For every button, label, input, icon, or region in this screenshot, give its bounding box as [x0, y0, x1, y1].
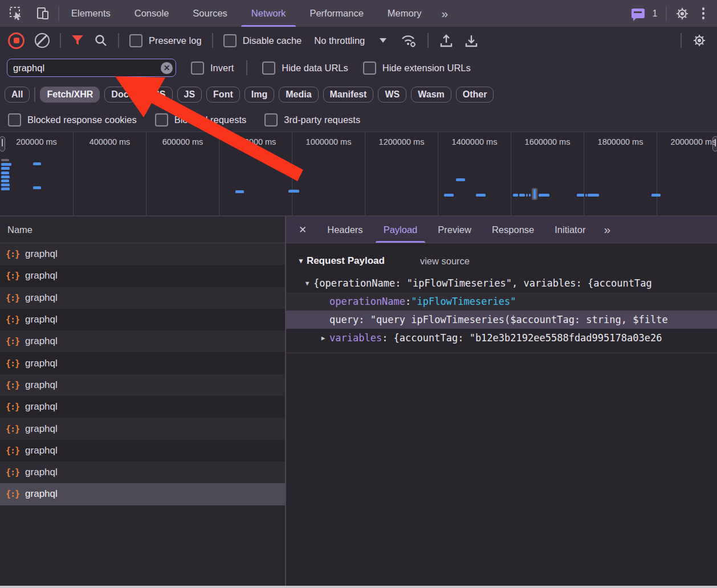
more-details-tabs-icon[interactable]: » — [596, 223, 617, 236]
filter-funnel-icon[interactable] — [71, 35, 84, 46]
request-row[interactable]: {:}graphql — [0, 374, 285, 396]
request-row[interactable]: {:}graphql — [0, 462, 285, 483]
request-row[interactable]: {:}graphql — [0, 418, 285, 439]
checkbox-icon[interactable] — [262, 62, 275, 75]
request-row[interactable]: {:}graphql — [0, 243, 285, 265]
request-row[interactable]: {:}graphql — [0, 287, 285, 309]
filter-chip-manifest[interactable]: Manifest — [323, 87, 374, 103]
checkbox-icon[interactable] — [8, 113, 21, 126]
tab-performance[interactable]: Performance — [298, 0, 375, 27]
network-settings-gear-icon[interactable] — [692, 33, 707, 48]
filter-chip-js[interactable]: JS — [177, 87, 202, 103]
checkbox-icon[interactable] — [363, 62, 376, 75]
invert-label: Invert — [210, 63, 234, 74]
checkbox-icon[interactable] — [191, 62, 204, 75]
filter-chip-all[interactable]: All — [5, 87, 30, 103]
details-tab-payload[interactable]: Payload — [373, 217, 428, 243]
clear-network-log-icon[interactable] — [35, 33, 50, 48]
tab-sources[interactable]: Sources — [181, 0, 239, 27]
hide-extension-urls-checkbox[interactable]: Hide extension URLs — [363, 62, 471, 75]
details-tab-headers[interactable]: Headers — [317, 217, 373, 243]
request-row[interactable]: {:}graphql — [0, 396, 285, 418]
waterfall-mark — [651, 194, 661, 197]
request-payload-section-header[interactable]: ▼ Request Payload view source — [286, 252, 717, 270]
export-har-icon[interactable] — [464, 33, 479, 48]
search-icon[interactable] — [94, 34, 108, 47]
tab-console[interactable]: Console — [123, 0, 181, 27]
filter-chip-img[interactable]: Img — [245, 87, 274, 103]
close-details-icon[interactable]: ✕ — [286, 224, 317, 236]
issues-icon[interactable] — [632, 9, 645, 18]
blocked-requests-checkbox[interactable]: Blocked requests — [155, 113, 247, 126]
payload-line[interactable]: operationName: "ipFlowTimeseries" — [286, 292, 717, 311]
request-row[interactable]: {:}graphql — [0, 265, 285, 287]
waterfall-mark — [588, 194, 599, 197]
preserve-log-checkbox[interactable]: Preserve log — [129, 34, 202, 47]
disable-cache-checkbox[interactable]: Disable cache — [223, 34, 302, 47]
filter-chip-fetch-xhr[interactable]: Fetch/XHR — [40, 87, 100, 103]
tab-memory[interactable]: Memory — [376, 0, 434, 27]
request-row[interactable]: {:}graphql — [0, 483, 285, 505]
filter-input[interactable] — [7, 59, 176, 77]
json-request-icon: {:} — [6, 358, 19, 369]
checkbox-icon[interactable] — [129, 34, 142, 47]
tab-network[interactable]: Network — [239, 0, 298, 27]
tab-elements[interactable]: Elements — [59, 0, 123, 27]
more-panels-icon[interactable]: » — [433, 7, 455, 21]
network-overview-timeline[interactable]: 200000 ms400000 ms600000 ms800000 ms1000… — [0, 132, 717, 217]
inspect-element-icon[interactable] — [9, 6, 23, 21]
waterfall-mark — [444, 194, 454, 197]
disclosure-triangle-icon[interactable]: ▶ — [317, 334, 329, 342]
checkbox-icon[interactable] — [155, 113, 168, 126]
blocked-response-cookies-checkbox[interactable]: Blocked response cookies — [8, 113, 137, 126]
payload-line[interactable]: query: "query ipFlowTimeseries($accountT… — [286, 311, 717, 329]
checkbox-icon[interactable] — [223, 34, 237, 47]
request-name: graphql — [25, 379, 58, 391]
invert-checkbox[interactable]: Invert — [191, 62, 234, 75]
filter-chip-css[interactable]: CSS — [140, 87, 173, 103]
devtools-mode-icons — [0, 6, 58, 21]
waterfall-mark — [1, 159, 9, 161]
details-tab-preview[interactable]: Preview — [427, 217, 482, 243]
request-row[interactable]: {:}graphql — [0, 440, 285, 462]
toolbar-divider — [60, 33, 61, 48]
payload-line[interactable]: ▼{operationName: "ipFlowTimeseries", var… — [286, 274, 717, 292]
filter-chip-font[interactable]: Font — [206, 87, 240, 103]
payload-segment-plain: : {accountTag: "b12e3b2192ee5588fdad9951… — [382, 332, 662, 344]
tabbar-right: 1 — [632, 6, 717, 21]
checkbox-icon[interactable] — [264, 113, 278, 126]
request-row[interactable]: {:}graphql — [0, 309, 285, 330]
hide-data-urls-checkbox[interactable]: Hide data URLs — [262, 62, 348, 75]
waterfall-mark — [577, 194, 584, 197]
request-row[interactable]: {:}graphql — [0, 330, 285, 352]
3rd-party-requests-checkbox[interactable]: 3rd-party requests — [264, 113, 360, 126]
view-source-link[interactable]: view source — [420, 256, 470, 267]
collapse-triangle-icon[interactable]: ▼ — [298, 257, 304, 265]
throttling-select[interactable]: No throttling — [314, 35, 386, 46]
record-network-log-icon[interactable] — [8, 32, 25, 49]
waterfall-mark — [1, 163, 11, 166]
customize-menu-icon[interactable] — [698, 7, 710, 19]
details-tab-response[interactable]: Response — [482, 217, 544, 243]
filter-chip-other[interactable]: Other — [456, 87, 494, 103]
json-request-icon: {:} — [6, 489, 19, 499]
payload-line[interactable]: ▶variables: {accountTag: "b12e3b2192ee55… — [286, 329, 717, 347]
filter-chip-doc[interactable]: Doc — [104, 87, 135, 103]
import-har-icon[interactable] — [439, 33, 454, 48]
filter-chip-ws[interactable]: WS — [378, 87, 406, 103]
json-request-icon: {:} — [6, 467, 19, 477]
disclosure-triangle-icon[interactable]: ▼ — [301, 280, 313, 287]
toggle-device-toolbar-icon[interactable] — [36, 6, 50, 21]
request-name: graphql — [25, 358, 58, 369]
name-column-header[interactable]: Name — [0, 217, 285, 243]
request-name: graphql — [25, 488, 58, 500]
clear-filter-icon[interactable]: ✕ — [161, 62, 173, 74]
filter-chip-media[interactable]: Media — [279, 87, 318, 103]
preserve-log-label: Preserve log — [149, 35, 202, 46]
details-tab-initiator[interactable]: Initiator — [544, 217, 596, 243]
network-conditions-icon[interactable] — [400, 33, 417, 48]
filter-chip-wasm[interactable]: Wasm — [411, 87, 451, 103]
request-row[interactable]: {:}graphql — [0, 352, 285, 374]
settings-gear-icon[interactable] — [675, 6, 690, 21]
request-details-pane: ✕ HeadersPayloadPreviewResponseInitiator… — [286, 217, 717, 586]
